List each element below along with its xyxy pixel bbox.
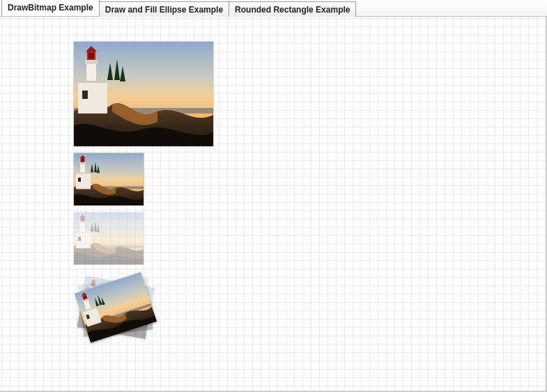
tab-rounded-rect[interactable]: Rounded Rectangle Example bbox=[229, 1, 356, 17]
bitmap-scaled-transparent bbox=[74, 212, 144, 265]
tab-drawbitmap[interactable]: DrawBitmap Example bbox=[1, 0, 100, 16]
bitmap-full-size bbox=[74, 42, 213, 146]
tab-bar: DrawBitmap Example Draw and Fill Ellipse… bbox=[0, 0, 547, 17]
bitmap-scaled bbox=[74, 153, 144, 205]
bitmap-rotated-stack bbox=[74, 274, 157, 351]
drawing-canvas bbox=[0, 17, 547, 392]
tab-ellipse[interactable]: Draw and Fill Ellipse Example bbox=[99, 1, 229, 17]
